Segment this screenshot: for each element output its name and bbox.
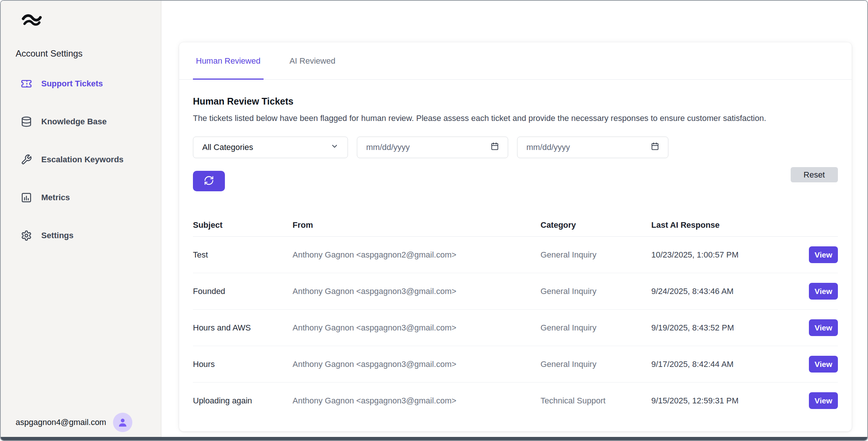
cell-from: Anthony Gagnon <aspgagnon2@gmail.com> [293, 250, 541, 260]
date-from-input[interactable]: mm/dd/yyyy [357, 137, 508, 158]
cell-last-ai-response: 9/15/2025, 12:59:31 PM [651, 396, 790, 406]
sidebar-item-settings[interactable]: Settings [1, 217, 161, 255]
tab-ai-reviewed[interactable]: AI Reviewed [287, 42, 339, 79]
date-to-value: mm/dd/yyyy [526, 143, 570, 152]
tickets-card: Human Reviewed AI Reviewed Human Review … [179, 42, 852, 431]
cell-subject: Uploading again [193, 396, 293, 406]
cell-subject: Hours and AWS [193, 323, 293, 333]
bar-chart-icon [21, 192, 32, 203]
column-header-subject: Subject [193, 220, 293, 230]
date-to-input[interactable]: mm/dd/yyyy [517, 137, 668, 158]
view-button[interactable]: View [809, 356, 838, 373]
column-header-last-ai-response: Last AI Response [651, 220, 790, 230]
app-logo-wave-icon [21, 12, 42, 28]
column-header-category: Category [541, 220, 651, 230]
table-row: Test Anthony Gagnon <aspgagnon2@gmail.co… [193, 237, 838, 273]
chevron-down-icon [330, 142, 339, 153]
table-header-row: Subject From Category Last AI Response [193, 214, 838, 237]
category-select-value: All Categories [202, 143, 253, 152]
filter-bar: All Categories mm/dd/yyyy [193, 137, 838, 158]
column-header-from: From [293, 220, 541, 230]
date-from-value: mm/dd/yyyy [366, 143, 410, 152]
sidebar-item-label: Settings [41, 231, 74, 240]
sidebar-item-label: Support Tickets [41, 79, 103, 89]
wrench-icon [21, 154, 32, 165]
sidebar-item-label: Escalation Keywords [41, 155, 123, 164]
cell-last-ai-response: 9/19/2025, 8:43:52 PM [651, 323, 790, 333]
sidebar-title: Account Settings [16, 48, 161, 59]
sidebar-item-label: Knowledge Base [41, 117, 107, 127]
cell-subject: Founded [193, 287, 293, 296]
refresh-button[interactable] [193, 171, 225, 191]
reset-button[interactable]: Reset [791, 167, 838, 182]
table-row: Hours Anthony Gagnon <aspgagnon3@gmail.c… [193, 346, 838, 383]
view-button[interactable]: View [809, 246, 838, 263]
cell-category: Technical Support [541, 396, 651, 406]
main-content: Human Reviewed AI Reviewed Human Review … [162, 1, 867, 440]
window-bottom-edge [1, 437, 867, 440]
calendar-icon [491, 142, 499, 153]
cell-from: Anthony Gagnon <aspgagnon3@gmail.com> [293, 396, 541, 406]
sidebar-nav: Support Tickets Knowledge Base [1, 65, 161, 255]
tickets-table: Subject From Category Last AI Response T… [193, 214, 838, 419]
sidebar-item-knowledge-base[interactable]: Knowledge Base [1, 103, 161, 141]
cell-from: Anthony Gagnon <aspgagnon3@gmail.com> [293, 323, 541, 333]
view-button[interactable]: View [809, 283, 838, 300]
page-title: Human Review Tickets [193, 96, 838, 107]
refresh-icon [204, 175, 214, 187]
sidebar-item-support-tickets[interactable]: Support Tickets [1, 65, 161, 103]
cell-subject: Test [193, 250, 293, 260]
cell-category: General Inquiry [541, 359, 651, 369]
database-icon [21, 116, 32, 127]
cell-subject: Hours [193, 359, 293, 369]
cell-last-ai-response: 9/24/2025, 8:43:46 AM [651, 287, 790, 296]
cell-last-ai-response: 10/23/2025, 1:00:57 PM [651, 250, 790, 260]
cell-category: General Inquiry [541, 250, 651, 260]
cell-last-ai-response: 9/17/2025, 8:42:44 AM [651, 359, 790, 369]
sidebar-item-escalation-keywords[interactable]: Escalation Keywords [1, 141, 161, 179]
ticket-icon [21, 78, 32, 89]
cell-from: Anthony Gagnon <aspgagnon3@gmail.com> [293, 287, 541, 296]
view-button[interactable]: View [809, 319, 838, 336]
sidebar-item-label: Metrics [41, 193, 70, 202]
user-email: aspgagnon4@gmail.com [16, 418, 106, 427]
sidebar-item-metrics[interactable]: Metrics [1, 179, 161, 217]
cell-category: General Inquiry [541, 287, 651, 296]
view-button[interactable]: View [809, 392, 838, 409]
calendar-icon [651, 142, 659, 153]
cell-category: General Inquiry [541, 323, 651, 333]
tab-human-reviewed[interactable]: Human Reviewed [193, 42, 264, 79]
table-row: Uploading again Anthony Gagnon <aspgagno… [193, 383, 838, 419]
app-window: Account Settings Support Tickets [0, 0, 868, 441]
gear-icon [21, 230, 32, 241]
user-avatar-icon [113, 413, 132, 432]
category-select[interactable]: All Categories [193, 137, 348, 158]
tab-bar: Human Reviewed AI Reviewed [179, 42, 852, 80]
table-row: Hours and AWS Anthony Gagnon <aspgagnon3… [193, 310, 838, 346]
sidebar: Account Settings Support Tickets [1, 1, 161, 440]
actions-row: Reset [193, 171, 838, 192]
page-description: The tickets listed below have been flagg… [193, 114, 838, 123]
user-account[interactable]: aspgagnon4@gmail.com [16, 413, 132, 432]
cell-from: Anthony Gagnon <aspgagnon3@gmail.com> [293, 359, 541, 369]
table-row: Founded Anthony Gagnon <aspgagnon3@gmail… [193, 273, 838, 310]
